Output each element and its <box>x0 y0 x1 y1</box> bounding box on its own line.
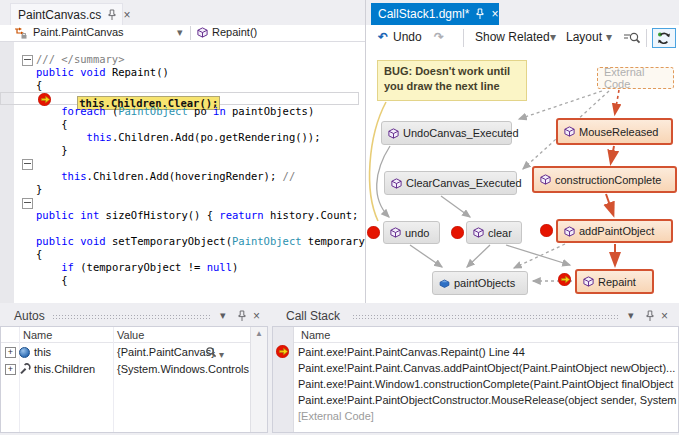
fold-collapse-icon[interactable] <box>22 55 33 66</box>
code-token: // <box>283 170 296 182</box>
graph-node-undocanvas-executed[interactable]: UndoCanvas_Executed <box>381 121 512 145</box>
breakpoint-icon[interactable] <box>540 224 553 237</box>
callstack-titlebar[interactable]: Call Stack ▾ × <box>272 307 679 326</box>
note-text: BUG: Doesn't work until you draw the nex… <box>384 65 510 92</box>
bug-annotation-note[interactable]: BUG: Doesn't work until you draw the nex… <box>377 60 527 101</box>
graph-node-external-code[interactable]: External Code <box>597 67 674 89</box>
code-line[interactable]: if (temporaryObject != null) <box>0 261 359 274</box>
graph-node-constructioncomplete[interactable]: constructionComplete <box>532 166 677 193</box>
code-token: ) <box>232 261 238 273</box>
callstack-frame[interactable]: [External Code] <box>273 408 678 424</box>
code-line[interactable] <box>0 222 359 235</box>
close-icon[interactable]: × <box>491 8 498 20</box>
fold-collapse-icon[interactable] <box>22 198 33 209</box>
code-line[interactable]: { <box>0 118 359 131</box>
callstack-panel: Call Stack ▾ × Name Paint.exe!Paint.Pain… <box>272 307 679 433</box>
drag-handle[interactable] <box>52 314 212 319</box>
frame-text: Paint.exe!Paint.Paint.Canvas.addPaintObj… <box>298 360 675 376</box>
callstack-frame[interactable]: Paint.exe!Paint.Paint.Canvas.addPaintObj… <box>273 360 678 376</box>
code-token: setTemporaryObject( <box>106 235 232 247</box>
autos-row[interactable]: +this.Children{System.Windows.Controls <box>1 361 251 378</box>
code-line[interactable]: this.Children.Clear(); <box>0 92 359 105</box>
code-line[interactable]: public void setTemporaryObject(PaintObje… <box>0 235 359 248</box>
graph-node-undo[interactable]: undo <box>383 221 440 244</box>
redo-icon[interactable]: ↷ <box>434 30 444 44</box>
tab-paintcanvas[interactable]: PaintCanvas.cs × <box>10 3 123 25</box>
scroll-up-icon[interactable]: ▲ <box>251 327 267 341</box>
column-header-name[interactable]: Name <box>301 327 330 343</box>
code-line[interactable]: { <box>0 248 359 261</box>
filter-zoom-icon[interactable] <box>623 31 641 45</box>
pin-icon[interactable] <box>645 310 655 322</box>
code-line[interactable]: foreach (PaintObject po in paintObjects) <box>0 105 359 118</box>
code-editor[interactable]: /// </summary>public void Repaint(){ thi… <box>0 42 365 303</box>
method-icon <box>540 174 551 185</box>
drag-handle[interactable] <box>352 314 620 319</box>
code-line[interactable]: { <box>0 79 359 92</box>
graph-node-repaint[interactable]: Repaint <box>575 269 654 294</box>
fold-collapse-icon[interactable] <box>22 159 33 170</box>
chevron-down-icon[interactable]: ▾ <box>550 30 556 44</box>
code-line[interactable]: { <box>0 274 359 287</box>
code-line[interactable]: public void Repaint() <box>0 66 359 79</box>
dgml-graph-canvas[interactable]: BUG: Doesn't work until you draw the nex… <box>366 51 679 303</box>
divider <box>646 29 647 47</box>
graph-edge <box>519 91 602 119</box>
expand-icon[interactable]: + <box>5 364 16 375</box>
code-line[interactable]: /// </summary> <box>0 53 359 66</box>
code-line[interactable]: this.Children.Add(hoveringRender); // <box>0 170 359 183</box>
code-line[interactable]: public int sizeOfHistory() { reaturn his… <box>0 209 359 222</box>
autos-titlebar[interactable]: Autos ▾ × <box>0 307 268 326</box>
callstack-frame[interactable]: Paint.exe!Paint.Window1.constructionComp… <box>273 376 678 392</box>
undo-button[interactable]: Undo <box>393 30 422 44</box>
graph-node-clearcanvas-executed[interactable]: ClearCanvas_Executed <box>384 171 517 195</box>
pin-icon[interactable] <box>107 9 117 21</box>
graph-node-mousereleased[interactable]: MouseReleased <box>556 118 673 145</box>
close-icon[interactable]: × <box>661 309 668 323</box>
layout-button[interactable]: Layout <box>566 30 602 44</box>
expand-icon[interactable]: + <box>5 347 16 358</box>
graph-node-clear[interactable]: clear <box>466 221 522 244</box>
frame-text: Paint.exe!Paint.PaintCanvas.Repaint() Li… <box>298 344 525 360</box>
method-icon <box>197 27 208 38</box>
code-line[interactable] <box>0 196 359 209</box>
scrollbar[interactable]: ▲ <box>250 327 267 432</box>
breakpoint-icon[interactable] <box>367 226 380 239</box>
window-menu-icon[interactable]: ▾ <box>628 309 634 322</box>
callstack-frame[interactable]: Paint.exe!Paint.PaintObjectConstructor.M… <box>273 392 678 408</box>
panel-title: Autos <box>14 309 45 323</box>
undo-icon[interactable]: ↶ <box>378 30 388 44</box>
chevron-down-icon[interactable]: ▾ <box>606 30 612 44</box>
code-token: this <box>87 131 112 143</box>
chevron-down-icon[interactable]: ▾ <box>177 26 183 39</box>
code-token: public <box>36 66 74 78</box>
code-line[interactable]: } <box>0 183 359 196</box>
pin-icon[interactable] <box>237 310 247 322</box>
sync-graph-button[interactable] <box>652 28 676 48</box>
column-divider[interactable] <box>113 327 114 432</box>
node-label: ClearCanvas_Executed <box>406 177 522 189</box>
callstack-frame[interactable]: Paint.exe!Paint.PaintCanvas.Repaint() Li… <box>273 344 678 360</box>
method-dropdown[interactable]: Repaint() <box>212 26 257 38</box>
breakpoint-icon[interactable] <box>451 226 464 239</box>
graph-node-paintobjects[interactable]: paintObjects <box>432 271 528 295</box>
code-token: null <box>207 261 232 273</box>
close-icon[interactable]: × <box>123 9 130 21</box>
magnifier-visualizer-icon[interactable]: ▾ <box>205 346 217 358</box>
close-icon[interactable]: × <box>253 309 260 323</box>
graph-node-addpaintobject[interactable]: addPaintObject <box>556 219 673 243</box>
tab-callstack-dgml[interactable]: CallStack1.dgml* × <box>371 3 499 25</box>
code-line[interactable]: this.Children.Add(po.getRendering()); <box>0 131 359 144</box>
frame-text: [External Code] <box>298 408 374 424</box>
class-icon <box>13 27 27 39</box>
pin-icon[interactable] <box>475 8 485 20</box>
code-line[interactable] <box>0 157 359 170</box>
autos-header: Name Value <box>1 327 251 343</box>
autos-row[interactable]: +this{Paint.PaintCanvas}▾ <box>1 344 251 361</box>
column-header-name[interactable]: Name <box>23 327 52 343</box>
window-menu-icon[interactable]: ▾ <box>220 309 226 322</box>
column-header-value[interactable]: Value <box>117 327 144 343</box>
show-related-button[interactable]: Show Related <box>475 30 550 44</box>
code-line[interactable]: } <box>0 144 359 157</box>
class-dropdown[interactable]: Paint.PaintCanvas <box>33 26 124 38</box>
